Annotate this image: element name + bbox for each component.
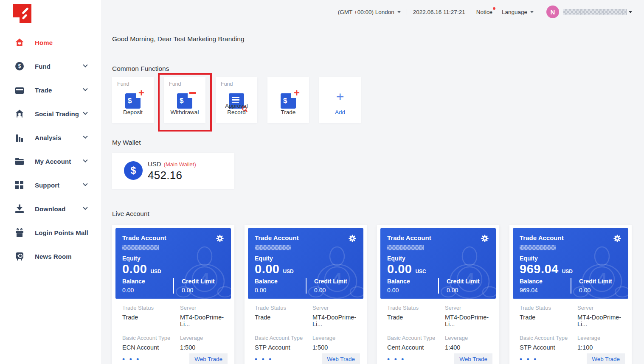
leverage-label: Leverage	[577, 335, 622, 341]
social-trading-icon	[15, 109, 24, 118]
sidebar-item-support[interactable]: Support	[0, 173, 101, 197]
wallet-amount: 452.16	[148, 169, 182, 182]
sidebar-item-my-account[interactable]: My Account	[0, 149, 101, 173]
function-card-deposit[interactable]: Fund $+ Deposit	[112, 77, 154, 123]
balance-value: 0.00	[387, 287, 438, 294]
trade-status-label: Trade Status	[387, 305, 445, 311]
plus-badge-icon: +	[138, 88, 144, 98]
sidebar-item-social-trading[interactable]: Social Trading	[0, 102, 101, 126]
section-title-live-account: Live Account	[112, 210, 149, 218]
web-trade-button[interactable]: Web Trade	[322, 353, 360, 364]
sidebar-item-trade[interactable]: Trade	[0, 78, 101, 102]
credit-limit-label: Credit Limit	[579, 278, 622, 285]
logo-notch	[13, 17, 20, 23]
trade-status-label: Trade Status	[520, 305, 577, 311]
function-card-approval-record[interactable]: Fund Approval Record	[216, 77, 257, 123]
account-details: Trade StatusTrade ServerMT4-DooPrime-Li.…	[248, 299, 363, 351]
sidebar-item-fund[interactable]: Fund	[0, 54, 101, 78]
account-type-label: Basic Account Type	[520, 335, 577, 341]
account-card: Trade Account Equity 0.00USD Balance0.00…	[112, 225, 234, 364]
equity-currency: USD	[283, 269, 293, 274]
gear-icon[interactable]	[348, 234, 357, 243]
trade-status-value: Trade	[122, 314, 180, 321]
sidebar-item-analysis[interactable]: Analysis	[0, 126, 101, 149]
equity-value: 969.04	[520, 262, 559, 276]
account-type-label: Basic Account Type	[122, 335, 180, 341]
account-type-value: STP Account	[255, 344, 312, 351]
more-actions-button[interactable]: • • •	[255, 355, 273, 364]
balance-value: 0.00	[122, 287, 173, 294]
account-title: Trade Account	[520, 234, 564, 241]
caret-down-icon	[397, 11, 401, 13]
gear-icon[interactable]	[216, 234, 224, 243]
trade-icon	[15, 87, 24, 94]
chevron-down-icon	[83, 63, 87, 67]
logo-slash	[22, 7, 29, 14]
timezone-selector[interactable]: (GMT +00:00) London	[338, 9, 401, 15]
balance-value: 0.00	[255, 287, 306, 294]
account-title: Trade Account	[387, 234, 431, 241]
news-room-icon	[15, 252, 24, 260]
function-label: Approval Record	[216, 103, 257, 115]
credit-limit-value: 0.00	[314, 287, 357, 294]
user-menu-caret-icon[interactable]	[629, 11, 632, 13]
sidebar-item-label: Support	[35, 182, 59, 189]
equity-label: Equity	[255, 255, 357, 262]
withdrawal-icon: $	[177, 93, 192, 109]
more-actions-button[interactable]: • • •	[520, 355, 537, 364]
wallet-dollar-icon: $	[124, 161, 143, 180]
sidebar-item-login-points-mall[interactable]: Login Points Mall	[0, 221, 101, 244]
logo-slash	[22, 14, 27, 20]
sidebar-item-news-room[interactable]: News Room	[0, 244, 101, 268]
chevron-down-icon	[83, 182, 87, 186]
my-account-icon	[15, 159, 24, 165]
web-trade-button[interactable]: Web Trade	[587, 353, 625, 364]
gear-icon[interactable]	[613, 234, 622, 243]
server-value: MT4-DooPrime-Li...	[180, 314, 224, 328]
trade-status-label: Trade Status	[255, 305, 312, 311]
web-trade-button[interactable]: Web Trade	[454, 353, 492, 364]
sidebar-item-label: Home	[35, 39, 53, 46]
server-label: Server	[577, 305, 622, 311]
account-type-value: Cent Account	[387, 344, 445, 351]
equity-value: 0.00	[387, 262, 412, 276]
leverage-value: 1:500	[180, 344, 224, 351]
server-label: Server	[445, 305, 489, 311]
web-trade-button[interactable]: Web Trade	[189, 353, 228, 364]
account-card: Trade Account Equity 0.00USD Balance0.00…	[245, 225, 367, 364]
account-card-header: Trade Account Equity 0.00USC Balance0.00…	[380, 228, 496, 299]
balance-label: Balance	[387, 278, 438, 285]
function-label: Deposit	[112, 109, 154, 115]
function-card-trade[interactable]: $+ Trade	[267, 77, 309, 123]
sidebar-item-download[interactable]: Download	[0, 197, 101, 221]
doo-prime-logo[interactable]	[13, 4, 31, 23]
wallet-card[interactable]: $ USD(Main Wallet) 452.16	[112, 153, 234, 189]
function-card-add[interactable]: + Add	[319, 77, 361, 123]
account-title: Trade Account	[122, 234, 166, 241]
app-root: Home Fund Trade Social Trading Analysis	[0, 0, 644, 364]
account-card-header: Trade Account Equity 0.00USD Balance0.00…	[115, 228, 231, 299]
account-details: Trade StatusTrade ServerMT4-DooPrime-Li.…	[513, 299, 628, 351]
sidebar-item-label: Social Trading	[35, 110, 79, 118]
function-label: Trade	[267, 109, 309, 115]
chevron-down-icon	[83, 158, 87, 162]
gear-icon[interactable]	[481, 234, 489, 243]
download-icon	[15, 204, 24, 213]
language-selector[interactable]: Language	[502, 9, 534, 15]
notice-link[interactable]: Notice	[476, 9, 492, 15]
more-actions-button[interactable]: • • •	[387, 355, 405, 364]
wallet-type-label: (Main Wallet)	[164, 161, 196, 168]
more-actions-button[interactable]: • • •	[122, 355, 140, 364]
credit-limit-value: 0.00	[182, 287, 224, 294]
equity-value: 0.00	[122, 262, 147, 276]
avatar[interactable]: N	[546, 6, 559, 18]
balance-label: Balance	[520, 278, 571, 285]
chevron-down-icon	[83, 205, 87, 210]
home-icon	[15, 38, 24, 47]
function-card-withdrawal[interactable]: Fund $ Withdrawal	[164, 77, 205, 123]
server-value: MT4-DooPrime-Li...	[577, 314, 622, 328]
account-card: Trade Account Equity 0.00USC Balance0.00…	[377, 225, 499, 364]
sidebar-item-label: News Room	[35, 253, 72, 260]
sidebar-item-home[interactable]: Home	[0, 31, 101, 54]
account-type-value: ECN Account	[122, 344, 180, 351]
